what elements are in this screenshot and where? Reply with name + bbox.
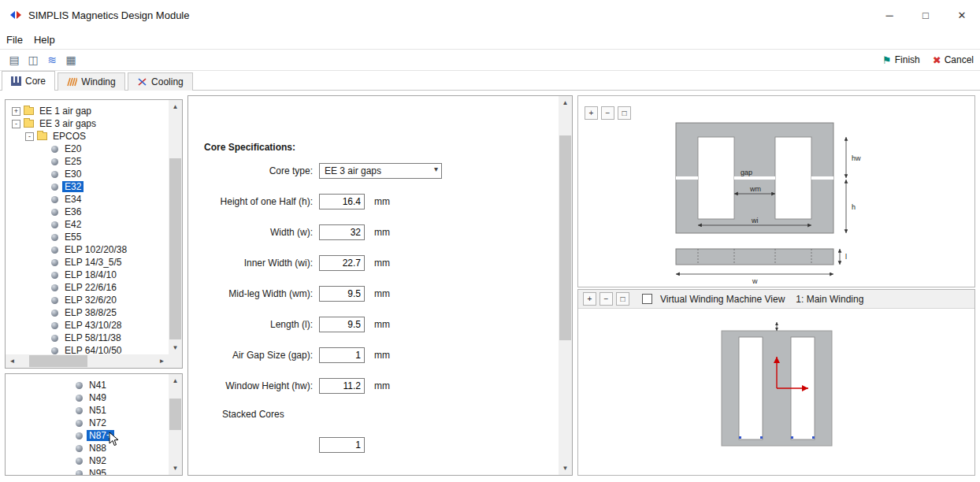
field-input[interactable] — [319, 194, 365, 209]
field-input[interactable] — [319, 255, 365, 271]
vertical-scrollbar[interactable]: ▲ ▼ — [559, 96, 572, 475]
zoom-fit-button[interactable]: □ — [616, 292, 629, 306]
field-input[interactable] — [319, 317, 365, 332]
scroll-up-icon[interactable]: ▲ — [169, 374, 182, 387]
menu-file[interactable]: File — [6, 32, 29, 47]
vertical-scrollbar[interactable]: ▲ ▼ — [169, 374, 182, 475]
tree-item[interactable]: E34 — [9, 193, 169, 206]
scrollbar-thumb[interactable] — [169, 158, 181, 339]
scrollbar-thumb[interactable] — [559, 135, 571, 340]
tree-item[interactable]: ELP 43/10/28 — [9, 319, 169, 332]
core-dimension-diagram: hw h gap wm wi l w — [652, 115, 889, 287]
tree-item[interactable]: E32 — [9, 180, 169, 193]
tab-core[interactable]: Core — [2, 71, 55, 91]
tree-item[interactable]: E25 — [9, 155, 169, 168]
horizontal-scrollbar[interactable]: ◄ ► — [6, 354, 169, 368]
field-input[interactable] — [319, 347, 365, 363]
tree-item[interactable]: N49 — [9, 391, 169, 404]
maximize-button[interactable]: □ — [908, 0, 944, 30]
tree-item[interactable]: N92 — [9, 454, 169, 467]
tree-item[interactable]: ELP 64/10/50 — [9, 344, 169, 354]
tree-item[interactable]: E42 — [9, 218, 169, 231]
vertical-scrollbar[interactable]: ▲ ▼ — [169, 100, 182, 354]
scroll-down-icon[interactable]: ▼ — [559, 462, 572, 475]
tree-expander-icon[interactable]: + — [12, 107, 20, 116]
finish-label: Finish — [895, 54, 920, 65]
field-unit: mm — [374, 288, 390, 299]
tree-item[interactable]: N51 — [9, 404, 169, 417]
svg-text:wi: wi — [751, 217, 759, 224]
layers-icon[interactable]: ≋ — [44, 52, 60, 68]
field-input[interactable] — [319, 378, 365, 394]
tree-item[interactable]: ELP 18/4/10 — [9, 269, 169, 281]
tree-item[interactable]: E20 — [9, 143, 169, 155]
zoom-fit-button[interactable]: □ — [618, 106, 631, 120]
tree-node-icon — [51, 347, 58, 354]
tree-item[interactable]: ELP 14/3_5/5 — [9, 256, 169, 269]
svg-text:l: l — [845, 253, 847, 261]
copy-icon[interactable]: ◫ — [25, 52, 41, 68]
scroll-right-icon[interactable]: ► — [155, 354, 169, 368]
tree-item[interactable]: ELP 58/11/38 — [9, 332, 169, 344]
tree-item-label: ELP 43/10/28 — [62, 320, 124, 331]
tree-item[interactable]: N41 — [9, 379, 169, 391]
scroll-up-icon[interactable]: ▲ — [169, 100, 182, 113]
tree-node-icon — [51, 209, 58, 216]
tree-item-label: N51 — [87, 405, 109, 416]
table-icon[interactable]: ▦ — [63, 52, 79, 68]
tree-node-icon — [51, 322, 58, 329]
field-input[interactable] — [319, 224, 365, 240]
tree-item[interactable]: E30 — [9, 168, 169, 180]
winding-view-checkbox[interactable] — [642, 294, 652, 304]
tree-item-label: ELP 14/3_5/5 — [62, 257, 124, 268]
tree-expander-icon[interactable]: - — [12, 120, 20, 128]
field-input[interactable] — [319, 286, 365, 302]
tree-item[interactable]: E36 — [9, 206, 169, 218]
scroll-down-icon[interactable]: ▼ — [169, 462, 182, 475]
core-type-select[interactable]: EE 3 air gaps ▾ — [319, 163, 442, 179]
tree-item[interactable]: + EE 1 air gap — [9, 105, 169, 117]
chevron-down-icon: ▾ — [434, 165, 438, 173]
tree-item-label: ELP 32/6/20 — [62, 295, 119, 306]
tree-item[interactable]: N95 — [9, 467, 169, 475]
core-view-panel: + − □ hw h gap wm wi — [577, 95, 975, 287]
zoom-out-button[interactable]: − — [601, 106, 614, 120]
tree-expander-icon[interactable]: - — [25, 132, 34, 141]
scrollbar-thumb[interactable] — [29, 355, 87, 367]
tree-item[interactable]: ELP 32/6/20 — [9, 294, 169, 306]
tree-item[interactable]: N87+ — [9, 429, 169, 442]
tree-item[interactable]: N72 — [9, 417, 169, 429]
winding-view-panel: + − □ Virtual Winding Machine View 1: Ma… — [577, 289, 975, 476]
zoom-in-button[interactable]: + — [583, 292, 596, 306]
field-label: Mid-leg Width (wm): — [191, 288, 313, 299]
scroll-down-icon[interactable]: ▼ — [169, 341, 182, 354]
tree-item[interactable]: E55 — [9, 231, 169, 243]
print-icon[interactable]: ▤ — [6, 52, 22, 68]
tree-item[interactable]: ELP 102/20/38 — [9, 243, 169, 256]
menu-help[interactable]: Help — [34, 32, 61, 47]
tab-cooling[interactable]: Cooling — [128, 72, 193, 91]
tree-item[interactable]: - EE 3 air gaps — [9, 117, 169, 130]
scrollbar-thumb[interactable] — [169, 399, 181, 430]
winding-select[interactable]: 1: Main Winding — [796, 294, 863, 305]
close-button[interactable]: ✕ — [944, 0, 980, 30]
tree-item[interactable]: N88 — [9, 442, 169, 454]
tree-item[interactable]: ELP 22/6/16 — [9, 281, 169, 294]
zoom-in-button[interactable]: + — [585, 106, 598, 120]
field-label: Air Gap Size (gap): — [191, 350, 313, 361]
winding-view-header: + − □ Virtual Winding Machine View 1: Ma… — [578, 290, 974, 309]
tree-item[interactable]: - EPCOS — [9, 130, 169, 143]
tree-item-label: E55 — [62, 232, 84, 243]
scroll-left-icon[interactable]: ◄ — [6, 354, 19, 368]
cancel-button[interactable]: ✖ Cancel — [933, 54, 974, 66]
tree-node-icon — [76, 395, 83, 402]
finish-button[interactable]: ⚑ Finish — [882, 54, 920, 66]
minimize-button[interactable]: ─ — [871, 0, 908, 30]
stacked-cores-input[interactable] — [319, 437, 365, 453]
tab-winding[interactable]: Winding — [58, 72, 124, 91]
tree-item[interactable]: ELP 38/8/25 — [9, 306, 169, 319]
scroll-up-icon[interactable]: ▲ — [559, 96, 572, 109]
tree-node-icon — [51, 335, 58, 342]
zoom-out-button[interactable]: − — [600, 292, 613, 306]
core-specifications-form: Core Specifications: Core type: EE 3 air… — [188, 96, 559, 475]
